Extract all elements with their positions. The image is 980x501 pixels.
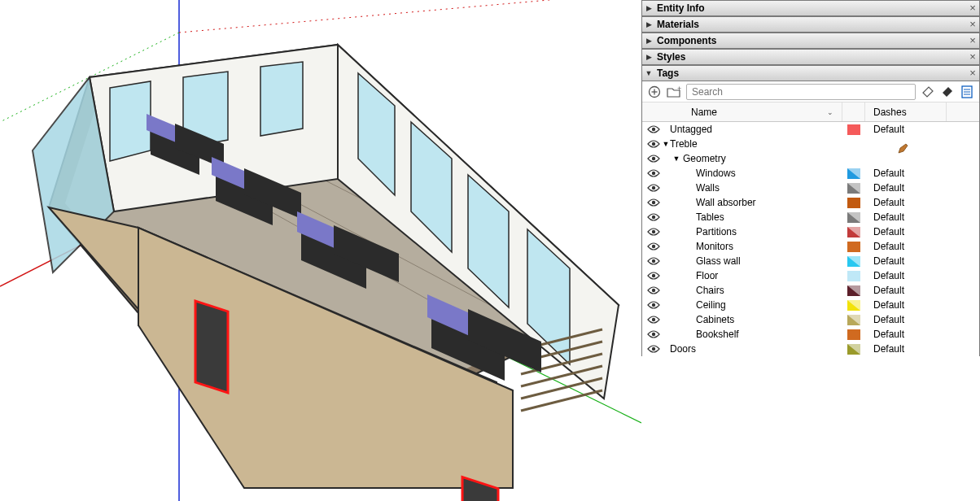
tag-dashes[interactable]: Default	[865, 329, 947, 340]
tag-dashes[interactable]: Default	[865, 211, 947, 223]
details-icon[interactable]	[960, 85, 974, 99]
panel-components[interactable]: ▶ Components ×	[641, 33, 980, 49]
tag-row-walls[interactable]: WallsDefault	[642, 181, 979, 195]
tag-dashes[interactable]: Default	[865, 285, 947, 296]
tag-name[interactable]: Treble	[670, 138, 842, 150]
tag-row-tables[interactable]: TablesDefault	[642, 210, 979, 224]
tag-color-swatch[interactable]	[842, 271, 865, 281]
tag-dashes[interactable]: Default	[865, 226, 947, 237]
tag-dashes[interactable]: Default	[865, 270, 947, 281]
tag-color-swatch[interactable]	[842, 168, 865, 179]
visibility-eye-icon[interactable]	[645, 242, 662, 251]
visibility-eye-icon[interactable]	[645, 315, 662, 325]
column-name[interactable]: Name ⌄	[667, 102, 842, 121]
visibility-eye-icon[interactable]	[645, 212, 662, 222]
tag-color-swatch[interactable]	[842, 183, 865, 194]
tag-row-doors[interactable]: DoorsDefault	[642, 342, 979, 356]
twist-down-icon[interactable]: ▼	[670, 155, 683, 163]
tag-tool-icon[interactable]	[921, 85, 935, 99]
close-icon[interactable]: ×	[966, 2, 979, 14]
tag-color-swatch[interactable]	[842, 242, 865, 252]
tag-name[interactable]: Monitors	[696, 241, 842, 252]
tag-color-swatch[interactable]	[842, 285, 865, 296]
close-icon[interactable]: ×	[966, 19, 979, 30]
tag-row-cabinets[interactable]: CabinetsDefault	[642, 312, 979, 327]
tag-name[interactable]: Doors	[670, 343, 842, 355]
tag-dashes[interactable]: Default	[865, 343, 947, 355]
tag-dashes[interactable]: Default	[865, 241, 947, 252]
collapse-icon[interactable]: ▼	[642, 69, 655, 77]
tag-color-swatch[interactable]	[842, 124, 865, 135]
tag-row-floor[interactable]: FloorDefault	[642, 268, 979, 283]
tag-name[interactable]: Chairs	[696, 285, 842, 296]
tag-color-swatch[interactable]	[842, 300, 865, 311]
tag-name[interactable]: Floor	[696, 270, 842, 281]
tag-row-geometry[interactable]: ▼Geometry	[642, 151, 979, 166]
tag-row-partitions[interactable]: PartitionsDefault	[642, 224, 979, 239]
tag-name[interactable]: Walls	[696, 182, 842, 194]
add-tag-icon[interactable]	[647, 85, 662, 99]
tag-name[interactable]: Untagged	[670, 124, 842, 135]
tag-dashes[interactable]: Default	[865, 197, 947, 208]
tag-row-ceiling[interactable]: CeilingDefault	[642, 298, 979, 312]
expand-icon[interactable]: ▶	[642, 53, 655, 61]
panel-tags[interactable]: ▼ Tags ×	[641, 65, 980, 81]
tag-name[interactable]: Geometry	[683, 153, 842, 164]
expand-icon[interactable]: ▶	[642, 4, 655, 12]
tag-row-glass_wall[interactable]: Glass wallDefault	[642, 254, 979, 268]
tag-name[interactable]: Windows	[696, 168, 842, 179]
visibility-eye-icon[interactable]	[645, 227, 662, 237]
tag-color-swatch[interactable]	[842, 315, 865, 325]
tag-row-windows[interactable]: WindowsDefault	[642, 166, 979, 181]
tag-name[interactable]: Ceiling	[696, 299, 842, 311]
tag-color-swatch[interactable]	[842, 329, 865, 340]
tag-name[interactable]: Partitions	[696, 226, 842, 237]
close-icon[interactable]: ×	[966, 51, 979, 63]
panel-materials[interactable]: ▶ Materials ×	[641, 16, 980, 33]
tag-dashes[interactable]: Default	[865, 255, 947, 267]
tag-color-swatch[interactable]	[842, 212, 865, 223]
tag-color-swatch[interactable]	[842, 344, 865, 355]
visibility-eye-icon[interactable]	[645, 183, 662, 193]
expand-icon[interactable]: ▶	[642, 20, 655, 28]
visibility-eye-icon[interactable]	[645, 300, 662, 310]
tag-dashes[interactable]: Default	[865, 168, 947, 179]
visibility-eye-icon[interactable]	[645, 344, 662, 354]
tag-row-bookshelf[interactable]: BookshelfDefault	[642, 327, 979, 342]
expand-icon[interactable]: ▶	[642, 37, 655, 45]
tag-color-swatch[interactable]	[842, 198, 865, 208]
tag-row-untagged[interactable]: UntaggedDefault	[642, 122, 979, 137]
visibility-eye-icon[interactable]	[645, 256, 662, 266]
tag-dashes[interactable]: Default	[865, 124, 947, 135]
close-icon[interactable]: ×	[966, 35, 979, 46]
tag-row-chairs[interactable]: ChairsDefault	[642, 283, 979, 298]
column-dashes[interactable]: Dashes	[865, 102, 947, 121]
tag-color-swatch[interactable]	[842, 256, 865, 267]
tag-name[interactable]: Glass wall	[696, 255, 842, 267]
tag-name[interactable]: Wall absorber	[696, 197, 842, 208]
visibility-eye-icon[interactable]	[645, 139, 662, 149]
model-viewport[interactable]	[0, 0, 641, 501]
tag-row-treble[interactable]: ▼Treble	[642, 137, 979, 151]
tag-dashes[interactable]: Default	[865, 314, 947, 325]
close-icon[interactable]: ×	[966, 68, 979, 79]
visibility-eye-icon[interactable]	[645, 124, 662, 134]
tag-name[interactable]: Cabinets	[696, 314, 842, 325]
visibility-eye-icon[interactable]	[645, 168, 662, 178]
tag-search-input[interactable]	[686, 84, 916, 100]
visibility-eye-icon[interactable]	[645, 329, 662, 339]
visibility-eye-icon[interactable]	[645, 271, 662, 281]
visibility-eye-icon[interactable]	[645, 154, 662, 163]
tag-dashes[interactable]: Default	[865, 299, 947, 311]
tag-row-monitors[interactable]: MonitorsDefault	[642, 239, 979, 254]
tag-color-swatch[interactable]	[842, 227, 865, 237]
tag-row-wall_absorber[interactable]: Wall absorberDefault	[642, 195, 979, 210]
panel-entity-info[interactable]: ▶ Entity Info ×	[641, 0, 980, 16]
purge-tags-icon[interactable]	[940, 85, 955, 99]
tag-name[interactable]: Bookshelf	[696, 329, 842, 340]
visibility-eye-icon[interactable]	[645, 285, 662, 295]
tag-name[interactable]: Tables	[696, 211, 842, 223]
panel-styles[interactable]: ▶ Styles ×	[641, 49, 980, 65]
add-tag-folder-icon[interactable]: +	[667, 85, 681, 99]
tag-dashes[interactable]: Default	[865, 182, 947, 194]
